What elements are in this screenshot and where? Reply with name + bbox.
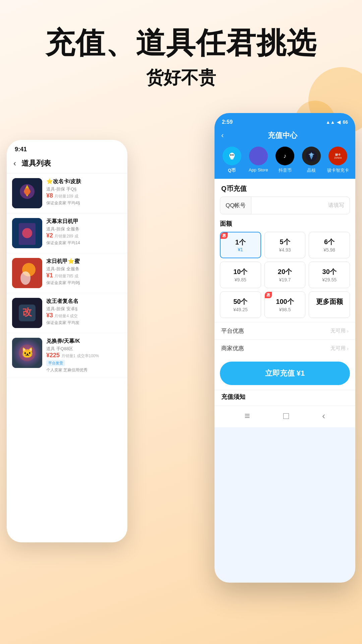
item-sales-5: 月销量1 成交率100% [61,354,99,358]
denom-1[interactable]: 1个 ¥1 [220,232,261,258]
denom-8[interactable]: 100个 ¥98.5 [264,291,306,318]
item-image-2 [12,218,42,248]
item-name-3: 末日机甲⭐蜜 [46,258,122,265]
denom-price-2: ¥4.93 [268,247,302,253]
denom-count-3: 6个 [312,237,346,247]
right-content: Q币充值 QQ帐号 请填写 面额 1个 ¥1 5个 ¥4.93 [215,179,355,406]
item-price-2: ¥2 [46,232,53,239]
right-header: ‹ 充值中心 [215,126,355,147]
svg-point-21 [253,150,264,162]
item-sales-2: 月销量289 成 [54,234,78,238]
item-sales-4: 月销量4 成交 [54,314,78,318]
qq-label: QQ帐号 [220,197,251,214]
svg-point-20 [230,158,234,160]
denom-price-4: ¥9.85 [224,277,257,282]
qq-input-row[interactable]: QQ帐号 请填写 [220,197,350,214]
nav-menu-icon[interactable]: ≡ [245,411,250,421]
denom-6[interactable]: 30个 ¥29.55 [309,262,350,288]
merchant-discount-row[interactable]: 商家优惠 无可用 › [215,339,355,357]
denom-count-7: 50个 [224,297,257,306]
qq-icon [223,147,241,165]
item-sales-1: 月销量109 成 [54,194,78,199]
platform-discount-arrow: › [347,328,349,334]
merchant-discount-value: 无可用 › [330,345,349,352]
denom-count-5: 20个 [268,267,302,276]
right-phone: 2:59 ▲▲ ◀ 66 ‹ 充值中心 Q币 [215,113,355,583]
svg-point-3 [24,188,31,195]
left-phone: 9:41 ‹ 道具列表 ⭐改名卡/皮肤 道具-担保 手Q§ ¥8 月销量109 … [7,140,127,542]
tab-appstore[interactable]: App Store [246,147,270,173]
item-info-2: 天幕末日机甲 道具-担保 全服务 ¥2 月销量289 成 保证金卖家 平均14 [46,218,122,246]
denom-count-4: 10个 [224,267,257,276]
item-desc-3: 道具-担保 全服务 [46,266,122,272]
item-guarantee-5: 个人卖家 芝麻信用优秀 [46,367,122,373]
apple-icon [249,147,268,165]
denom-more[interactable]: 更多面额 [309,291,350,318]
svg-point-9 [20,271,31,285]
table-row[interactable]: 末日机甲⭐蜜 道具-担保 全服务 ¥1 月销量785 成 保证金卖家 平均9§ [7,253,127,293]
left-statusbar: 9:41 [7,140,127,155]
denom-price-7: ¥49.25 [224,307,257,312]
table-row[interactable]: 改 改王者复名名 道具-担保 安卓§ ¥3 月销量4 成交 保证金卖家 平均发 [7,293,127,333]
item-name-2: 天幕末日机甲 [46,218,122,225]
left-back-arrow[interactable]: ‹ [13,159,16,168]
item-info-5: 兑换券/天幕/K 道具 手Q88区 ¥225 月销量1 成交率100% 平台发货… [46,338,122,373]
nav-home-icon[interactable]: □ [283,411,289,421]
item-desc-4: 道具-担保 安卓§ [46,306,122,312]
item-guarantee-2: 保证金卖家 平均14 [46,240,122,246]
item-info-4: 改王者复名名 道具-担保 安卓§ ¥3 月销量4 成交 保证金卖家 平均发 [46,298,122,326]
denom-price-8: ¥98.5 [268,307,302,312]
recharge-button[interactable]: 立即充值 ¥1 [220,362,350,385]
denom-price-5: ¥19.7 [268,277,302,282]
svg-text:改: 改 [22,307,32,317]
tab-crystal[interactable]: 晶核 [300,147,323,173]
merchant-discount-label: 商家优惠 [221,344,244,352]
right-back-arrow[interactable]: ‹ [221,131,224,140]
denom-price-3: ¥5.98 [312,247,346,253]
qq-placeholder[interactable]: 请填写 [251,197,350,214]
denom-more-label: 更多面额 [312,297,346,306]
tab-junka-label: 骏卡智充卡 [327,167,349,173]
item-sales-3: 月销量785 成 [54,274,78,278]
tab-qq[interactable]: Q币 [220,147,244,173]
denom-5[interactable]: 20个 ¥19.7 [264,262,306,288]
item-name-5: 兑换券/天幕/K [46,338,122,345]
item-name-1: ⭐改名卡/皮肤 [46,178,122,185]
denom-3[interactable]: 6个 ¥5.98 [309,232,350,258]
platform-discount-label: 平台优惠 [221,327,244,335]
header-title: 充值、道具任君挑选 [20,27,342,59]
nav-back-icon[interactable]: ‹ [322,411,325,421]
left-header: ‹ 道具列表 [7,155,127,173]
denom-grid: 1个 ¥1 5个 ¥4.93 6个 ¥5.98 10个 ¥9.85 [220,232,350,318]
denom-count-8: 100个 [268,297,302,306]
item-guarantee-1: 保证金卖家 平均4§ [46,200,122,206]
phones-container: 9:41 ‹ 道具列表 ⭐改名卡/皮肤 道具-担保 手Q§ ¥8 月销量109 … [0,113,362,593]
item-desc-2: 道具-担保 全服务 [46,226,122,232]
left-time: 9:41 [15,146,27,153]
section-title: Q币充值 [215,179,355,197]
tab-tiktok[interactable]: ♪ 抖音币 [273,147,297,173]
wifi-icon: ◀ [337,119,341,125]
denomination-label: 面额 [220,220,350,228]
platform-badge: 平台发货 [46,360,65,366]
svg-point-6 [22,228,32,238]
tab-junka[interactable]: 骏卡JUNKA 骏卡智充卡 [326,147,350,173]
denom-7[interactable]: 50个 ¥49.25 [220,291,261,318]
svg-text:♪: ♪ [284,153,287,159]
left-page-title: 道具列表 [21,158,51,168]
notice-title: 充值须知 [215,390,355,406]
item-image-3 [12,258,42,288]
denomination-section: 面额 1个 ¥1 5个 ¥4.93 6个 ¥5.98 10 [215,220,355,322]
item-image-1 [12,178,42,208]
denom-2[interactable]: 5个 ¥4.93 [264,232,306,258]
table-row[interactable]: 天幕末日机甲 道具-担保 全服务 ¥2 月销量289 成 保证金卖家 平均14 [7,213,127,253]
table-row[interactable]: 🐱 兑换券/天幕/K 道具 手Q88区 ¥225 月销量1 成交率100% 平台… [7,333,127,378]
tab-crystal-label: 晶核 [307,167,316,173]
platform-discount-row[interactable]: 平台优惠 无可用 › [215,322,355,339]
denom-4[interactable]: 10个 ¥9.85 [220,262,261,288]
battery-icon: 66 [343,119,348,125]
right-notch-area: 2:59 ▲▲ ◀ 66 ‹ 充值中心 Q币 [215,113,355,179]
table-row[interactable]: ⭐改名卡/皮肤 道具-担保 手Q§ ¥8 月销量109 成 保证金卖家 平均4§ [7,173,127,213]
right-header-title: 充值中心 [228,130,337,141]
item-guarantee-3: 保证金卖家 平均9§ [46,280,122,286]
